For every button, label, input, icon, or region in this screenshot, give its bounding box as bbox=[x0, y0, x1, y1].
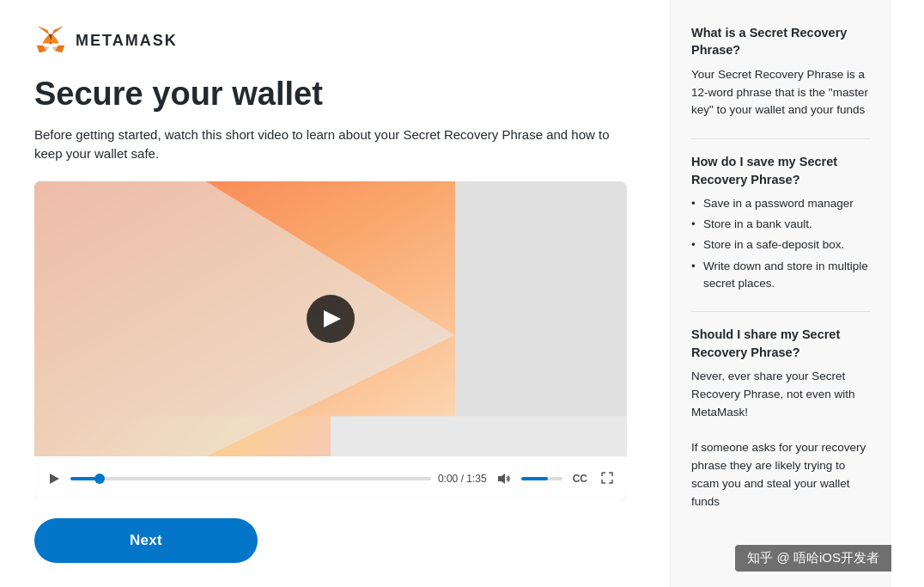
page-title: Secure your wallet bbox=[34, 76, 635, 113]
video-current-time: 0:00 bbox=[438, 473, 458, 485]
logo-area: METAMASK bbox=[34, 24, 635, 57]
watermark: 知乎 @ 唔哈iOS开发者 bbox=[735, 545, 891, 572]
list-item: Save in a password manager bbox=[691, 195, 871, 212]
logo-text: METAMASK bbox=[76, 32, 178, 50]
svg-marker-13 bbox=[455, 181, 627, 416]
video-volume-fill bbox=[521, 477, 548, 480]
page-subtitle: Before getting started, watch this short… bbox=[34, 125, 635, 164]
faq-list-how-save: Save in a password manager Store in a ba… bbox=[691, 195, 871, 292]
faq-section-should-share: Should I share my Secret Recovery Phrase… bbox=[691, 326, 871, 511]
faq-divider-2 bbox=[691, 311, 871, 312]
video-play-pause-button[interactable] bbox=[45, 469, 64, 488]
video-progress-dot bbox=[94, 474, 105, 484]
faq-section-how-save: How do I save my Secret Recovery Phrase?… bbox=[691, 153, 871, 292]
video-progress-bar[interactable] bbox=[70, 477, 431, 480]
right-panel: What is a Secret Recovery Phrase? Your S… bbox=[670, 0, 891, 587]
svg-point-11 bbox=[50, 42, 52, 45]
play-button[interactable] bbox=[307, 295, 355, 343]
video-cc-button[interactable]: CC bbox=[569, 471, 591, 486]
faq-answer-should-share: Never, ever share your Secret Recovery P… bbox=[691, 368, 871, 511]
play-icon bbox=[324, 310, 341, 327]
video-player[interactable]: 0:00 / 1:35 CC bbox=[34, 181, 627, 501]
list-item: Store in a bank vault. bbox=[691, 216, 871, 233]
faq-question-how-save: How do I save my Secret Recovery Phrase? bbox=[691, 153, 871, 188]
video-fullscreen-button[interactable] bbox=[598, 470, 617, 488]
svg-marker-16 bbox=[498, 474, 505, 484]
video-time-display: 0:00 / 1:35 bbox=[438, 473, 487, 485]
play-ctrl-icon bbox=[48, 473, 60, 485]
faq-divider-1 bbox=[691, 138, 871, 139]
svg-marker-0 bbox=[52, 27, 63, 34]
list-item: Write down and store in multiple secret … bbox=[691, 258, 871, 293]
video-volume-bar[interactable] bbox=[521, 477, 562, 480]
video-total-time: 1:35 bbox=[466, 473, 486, 485]
volume-icon bbox=[497, 473, 511, 485]
faq-question-should-share: Should I share my Secret Recovery Phrase… bbox=[691, 326, 871, 361]
video-controls-bar: 0:00 / 1:35 CC bbox=[34, 456, 627, 501]
faq-question-what-is: What is a Secret Recovery Phrase? bbox=[691, 24, 871, 59]
svg-marker-1 bbox=[39, 27, 49, 34]
fullscreen-icon bbox=[601, 472, 613, 484]
list-item: Store in a safe-deposit box. bbox=[691, 236, 871, 254]
faq-answer-what-is: Your Secret Recovery Phrase is a 12-word… bbox=[691, 66, 871, 120]
left-panel: METAMASK Secure your wallet Before getti… bbox=[0, 0, 670, 587]
faq-section-what-is: What is a Secret Recovery Phrase? Your S… bbox=[691, 24, 871, 119]
video-mute-button[interactable] bbox=[494, 469, 514, 488]
metamask-logo-icon bbox=[34, 24, 67, 57]
next-button[interactable]: Next bbox=[34, 518, 258, 563]
svg-marker-15 bbox=[50, 474, 59, 484]
